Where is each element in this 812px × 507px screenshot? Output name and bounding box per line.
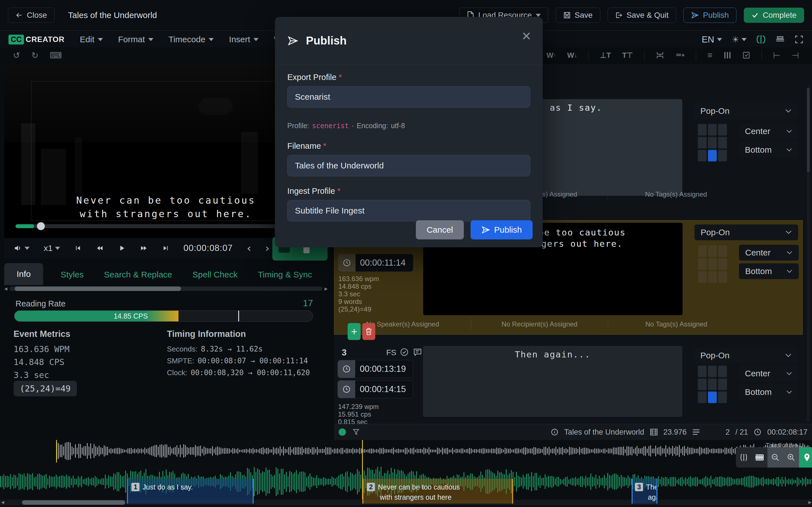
scroll-left-icon[interactable]: ◂ — [4, 285, 7, 292]
event-2-popon-select[interactable]: Pop-On — [695, 224, 798, 240]
volume-button[interactable] — [14, 244, 30, 252]
caption-view-icon[interactable] — [775, 36, 785, 43]
filename-input[interactable]: Tales of the Underworld — [287, 155, 530, 176]
language-selector[interactable]: EN — [702, 34, 722, 45]
event-3-position-grid[interactable] — [698, 365, 727, 403]
timeline-waveform-area[interactable]: 1 Just do as I say. 2 Never can be too c… — [0, 440, 812, 507]
event-2-tags[interactable]: No Tags(s) Assigned — [608, 319, 745, 330]
approved-icon[interactable] — [400, 348, 409, 356]
event-2-end-time[interactable]: 00:00:11:14 — [338, 254, 413, 272]
timeline-event-2[interactable]: 2 Never can be too cautious with strange… — [362, 479, 513, 504]
brightness-toggle[interactable]: ☀ — [732, 35, 747, 45]
menu-timecode[interactable]: Timecode — [168, 35, 214, 44]
skip-start-button[interactable] — [74, 244, 82, 252]
program-audio-waveform[interactable] — [56, 441, 811, 461]
menu-insert[interactable]: Insert — [229, 35, 259, 44]
word-down-icon[interactable]: W↓ — [567, 51, 577, 60]
redo-icon[interactable]: ↻ — [31, 50, 38, 60]
position-active-cell[interactable] — [708, 150, 717, 161]
rewind-button[interactable] — [96, 244, 104, 252]
delete-event-button[interactable] — [362, 323, 375, 340]
play-button[interactable] — [118, 244, 125, 252]
event-3-textbox[interactable]: Then again... — [423, 346, 682, 417]
playhead-marker[interactable] — [56, 440, 57, 462]
word-up-icon[interactable]: W↑ — [546, 51, 556, 60]
event-row-3[interactable]: 3 FS 00:00:13:19 00:00:14:15 147.239 wpm… — [334, 343, 803, 424]
save-button[interactable]: Save — [556, 8, 600, 23]
scroll-right-icon[interactable]: ▸ — [324, 285, 327, 292]
cancel-button[interactable]: Cancel — [416, 220, 463, 239]
tab-timing-sync[interactable]: Timing & Sync — [255, 264, 315, 285]
tab-search-replace[interactable]: Search & Replace — [101, 264, 175, 285]
divider — [644, 51, 645, 60]
bound-right-icon[interactable]: ⊣ — [792, 50, 799, 60]
filmstrip-toggle-button[interactable] — [752, 447, 767, 467]
event-3-halign-select[interactable]: Center — [739, 365, 799, 381]
event-2-recipients[interactable]: No Recipient(s) Assigned — [471, 319, 608, 330]
text-raise-icon[interactable]: ⊥T — [600, 51, 611, 60]
event-2-halign-select[interactable]: Center — [739, 245, 799, 261]
tab-info[interactable]: Info — [4, 263, 43, 285]
split-event-button[interactable] — [736, 447, 752, 467]
modal-publish-button[interactable]: Publish — [470, 220, 532, 239]
seek-bar[interactable] — [15, 224, 292, 228]
event-1-tags[interactable]: No Tags(s) Assigned — [608, 189, 744, 200]
checkbox-icon[interactable] — [742, 51, 750, 59]
text-lower-icon[interactable]: T⊤ — [622, 51, 633, 60]
next-event-button[interactable]: › — [265, 242, 269, 255]
position-active-cell[interactable] — [708, 392, 717, 403]
event-1-valign-select[interactable]: Bottom — [739, 142, 799, 158]
split-caption-icon[interactable] — [756, 35, 766, 44]
keyboard-icon[interactable]: ⌨ — [50, 50, 62, 60]
tabs-scrollbar[interactable]: ◂ ▸ — [4, 286, 327, 292]
skip-end-button[interactable] — [162, 244, 169, 252]
event-2-valign-select[interactable]: Bottom — [739, 263, 799, 279]
event-3-start-time[interactable]: 00:00:13:19 — [338, 360, 413, 378]
event-3-valign-select[interactable]: Bottom — [739, 384, 799, 400]
remove-caption-icon[interactable] — [675, 51, 684, 59]
close-icon[interactable]: ✕ — [520, 29, 533, 43]
close-button[interactable]: Close — [8, 8, 55, 23]
scroll-right-icon[interactable]: ▸ — [808, 499, 811, 506]
prev-event-button[interactable]: ‹ — [247, 242, 251, 255]
event-3-end-time[interactable]: 00:00:14:15 — [338, 380, 413, 398]
tab-styles[interactable]: Styles — [58, 264, 87, 285]
add-event-button[interactable]: + — [348, 323, 361, 340]
zoom-in-button[interactable] — [783, 447, 799, 467]
scroll-left-icon[interactable]: ◂ — [1, 499, 4, 506]
menu-format[interactable]: Format — [118, 35, 153, 44]
undo-icon[interactable]: ↺ — [13, 50, 20, 60]
zoom-out-button[interactable] — [767, 447, 783, 467]
timeline-event-1[interactable]: 1 Just do as I say. — [127, 479, 254, 504]
menu-edit[interactable]: Edit — [80, 35, 103, 44]
speed-selector[interactable]: x1 — [44, 243, 60, 253]
comment-icon[interactable] — [413, 348, 422, 356]
event-1-popon-select[interactable]: Pop-On — [694, 103, 798, 119]
columns-icon[interactable] — [724, 51, 731, 59]
fullscreen-icon[interactable] — [795, 35, 804, 44]
merge-events-icon[interactable] — [656, 51, 664, 59]
ingest-profile-input[interactable]: Subtitle File Ingest — [287, 200, 530, 221]
align-lines-icon[interactable]: ≡ — [707, 50, 712, 60]
follow-playhead-button[interactable] — [799, 447, 812, 467]
scrollbar-thumb[interactable] — [807, 88, 810, 172]
event-1-position-grid[interactable] — [698, 124, 727, 161]
seek-thumb[interactable] — [37, 222, 45, 230]
filter-icon[interactable] — [352, 428, 360, 436]
scrollbar-thumb[interactable] — [15, 286, 181, 291]
complete-button[interactable]: Complete — [744, 8, 804, 23]
export-profile-input[interactable]: Scenarist — [287, 86, 530, 108]
event-1-halign-select[interactable]: Center — [739, 123, 799, 139]
tab-spell-check[interactable]: Spell Check — [190, 264, 241, 285]
timeline-event-3[interactable]: 3 Then again — [631, 479, 658, 504]
event-3-popon-select[interactable]: Pop-On — [694, 348, 798, 363]
position-active-cell[interactable] — [708, 271, 717, 283]
scrollbar-thumb[interactable] — [22, 500, 125, 505]
publish-button[interactable]: Publish — [683, 8, 737, 23]
save-quit-button[interactable]: Save & Quit — [608, 8, 676, 23]
bound-left-icon[interactable]: ⊢ — [773, 50, 780, 60]
fast-forward-button[interactable] — [140, 244, 148, 252]
event-2-position-grid[interactable] — [698, 245, 727, 283]
event-list-scrollbar[interactable] — [807, 87, 810, 422]
scrollbar-track[interactable] — [10, 286, 322, 291]
